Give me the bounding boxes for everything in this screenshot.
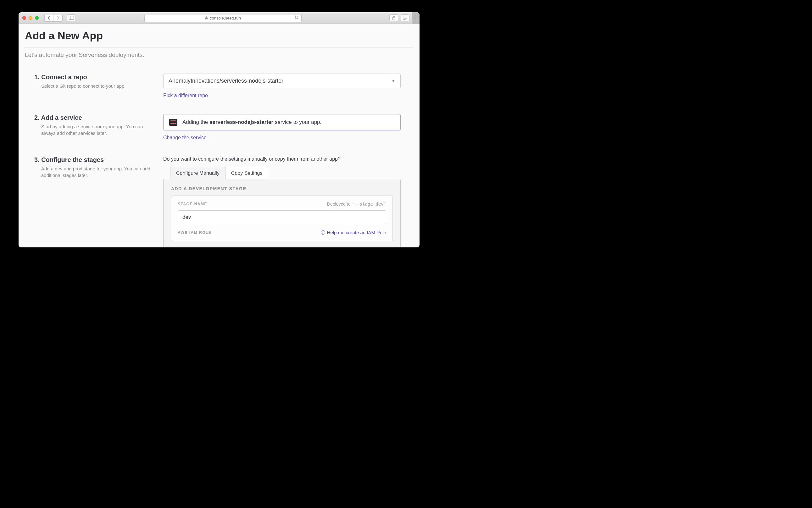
step-add-service: 2. Add a service Start by adding a servi… <box>25 114 413 140</box>
step2-title: 2. Add a service <box>34 114 163 121</box>
pick-different-repo-link[interactable]: Pick a different repo <box>163 93 208 98</box>
stage-config-panel: ADD A DEVELOPMENT STAGE STAGE NAME Deplo… <box>163 179 401 247</box>
step2-description: Start by adding a service from your app.… <box>34 123 163 136</box>
reload-icon[interactable] <box>295 15 299 20</box>
tab-configure-manually[interactable]: Configure Manually <box>170 167 226 179</box>
stage-card: STAGE NAME Deployed to `--stage dev` AWS… <box>171 196 393 241</box>
chevron-down-icon: ▼ <box>392 79 395 83</box>
url-text: console.seed.run <box>210 16 241 20</box>
back-button[interactable] <box>45 14 53 22</box>
traffic-lights <box>22 16 39 20</box>
tabs-button[interactable] <box>401 14 409 22</box>
lock-icon <box>205 16 208 20</box>
step1-description: Select a Git repo to connect to your app… <box>34 83 163 89</box>
sidebar-toggle-button[interactable] <box>67 14 76 22</box>
step-right: AnomalyInnovations/serverless-nodejs-sta… <box>163 74 401 98</box>
browser-window: console.seed.run + Add a New App Let's a… <box>18 12 419 247</box>
stage-name-input[interactable] <box>178 210 386 224</box>
forward-button[interactable] <box>53 14 62 22</box>
new-tab-button[interactable]: + <box>412 12 419 24</box>
tab-copy-settings[interactable]: Copy Settings <box>226 167 269 179</box>
url-bar[interactable]: console.seed.run <box>144 14 301 22</box>
svg-rect-0 <box>69 16 74 20</box>
help-create-iam-link[interactable]: i Help me create an IAM Role <box>321 230 386 235</box>
config-tabs: Configure Manually Copy Settings <box>170 167 401 179</box>
step3-description: Add a dev and prod stage for your app. Y… <box>34 165 163 178</box>
iam-row: AWS IAM ROLE i Help me create an IAM Rol… <box>178 230 386 235</box>
share-button[interactable] <box>389 14 398 22</box>
step-left: 2. Add a service Start by adding a servi… <box>34 114 163 140</box>
serverless-icon <box>169 119 177 126</box>
service-message: Adding the serverless-nodejs-starter ser… <box>182 119 321 125</box>
service-name: serverless-nodejs-starter <box>209 119 273 125</box>
stage-name-label: STAGE NAME <box>178 202 207 206</box>
deployed-to: Deployed to `--stage dev` <box>327 202 386 207</box>
change-service-link[interactable]: Change the service <box>163 135 207 140</box>
panel-heading: ADD A DEVELOPMENT STAGE <box>171 186 393 191</box>
divider <box>25 47 413 48</box>
tabs-container: Configure Manually Copy Settings ADD A D… <box>163 167 401 247</box>
titlebar-right: + <box>389 12 416 24</box>
maximize-window-button[interactable] <box>35 16 39 20</box>
stage-question: Do you want to configure the settings ma… <box>163 156 401 162</box>
step-left: 3. Configure the stages Add a dev and pr… <box>34 156 163 247</box>
step-right: Adding the serverless-nodejs-starter ser… <box>163 114 401 140</box>
page-content: Add a New App Let's automate your Server… <box>18 24 419 247</box>
info-icon: i <box>321 230 325 235</box>
page-subtitle: Let's automate your Serverless deploymen… <box>25 51 413 58</box>
step-configure-stages: 3. Configure the stages Add a dev and pr… <box>25 156 413 247</box>
step1-title: 1. Connect a repo <box>34 74 163 81</box>
iam-role-label: AWS IAM ROLE <box>178 230 211 235</box>
titlebar: console.seed.run + <box>18 12 419 24</box>
svg-rect-5 <box>404 16 407 19</box>
step-connect-repo: 1. Connect a repo Select a Git repo to c… <box>25 74 413 98</box>
service-box: Adding the serverless-nodejs-starter ser… <box>163 114 401 130</box>
svg-rect-2 <box>205 17 208 19</box>
stage-card-header: STAGE NAME Deployed to `--stage dev` <box>178 202 386 207</box>
step-left: 1. Connect a repo Select a Git repo to c… <box>34 74 163 98</box>
repo-selected-value: AnomalyInnovations/serverless-nodejs-sta… <box>169 78 283 84</box>
step3-title: 3. Configure the stages <box>34 156 163 164</box>
nav-buttons <box>44 14 63 22</box>
page-title: Add a New App <box>25 30 413 42</box>
step-right: Do you want to configure the settings ma… <box>163 156 401 247</box>
repo-dropdown[interactable]: AnomalyInnovations/serverless-nodejs-sta… <box>163 74 401 88</box>
minimize-window-button[interactable] <box>29 16 32 20</box>
close-window-button[interactable] <box>22 16 26 20</box>
